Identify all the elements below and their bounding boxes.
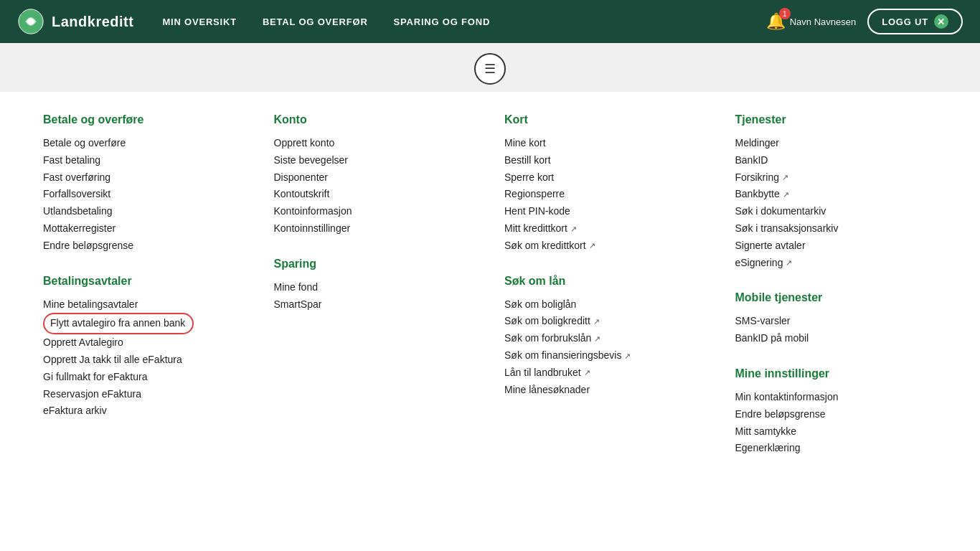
- menu-item-3-2-1[interactable]: Søk om boliglån: [504, 296, 707, 314]
- section-title-3-1: Kort: [504, 113, 707, 126]
- section-4-2: Mobile tjenesterSMS-varslerBankID på mob…: [735, 291, 938, 347]
- external-link-icon: ↗: [570, 222, 577, 236]
- menu-item-2-1-5[interactable]: Kontoinformasjon: [274, 203, 476, 220]
- menu-item-1-2-1[interactable]: Mine betalingsavtaler: [43, 296, 245, 314]
- logo[interactable]: Landkreditt: [17, 8, 133, 35]
- section-title-1-1: Betale og overføre: [43, 113, 245, 126]
- section-2-2: SparingMine fondSmartSpar: [274, 258, 476, 314]
- user-name: Navn Navnesen: [790, 17, 857, 27]
- main-nav: MIN OVERSIKT BETAL OG OVERFØR SPARING OG…: [162, 17, 490, 27]
- menu-item-3-1-7[interactable]: Søk om kredittkort ↗: [504, 237, 707, 255]
- menu-item-highlighted-1-2-2[interactable]: Flytt avtalegiro fra annen bank: [43, 313, 194, 334]
- menu-item-2-1-2[interactable]: Siste bevegelser: [274, 152, 476, 169]
- menu-item-4-3-1[interactable]: Min kontaktinformasjon: [735, 389, 938, 406]
- menu-item-4-1-6[interactable]: Søk i transaksjonsarkiv: [735, 220, 938, 237]
- menu-item-3-2-5[interactable]: Lån til landbruket ↗: [504, 364, 707, 382]
- section-4-3: Mine innstillingerMin kontaktinformasjon…: [735, 367, 938, 457]
- menu-item-1-1-6[interactable]: Mottakerregister: [43, 220, 245, 237]
- menu-item-1-2-7[interactable]: eFaktura arkiv: [43, 402, 245, 420]
- menu-item-2-2-1[interactable]: Mine fond: [274, 279, 476, 296]
- menu-item-2-1-4[interactable]: Kontoutskrift: [274, 186, 476, 203]
- nav-min-oversikt[interactable]: MIN OVERSIKT: [162, 17, 237, 27]
- dropdown-menu: Betale og overføreBetale og overføreFast…: [0, 92, 980, 506]
- section-2-1: KontoOpprett kontoSiste bevegelserDispon…: [274, 113, 476, 237]
- section-1-1: Betale og overføreBetale og overføreFast…: [43, 113, 245, 255]
- section-title-3-2: Søk om lån: [504, 275, 707, 288]
- logout-label: LOGG UT: [882, 17, 928, 27]
- menu-item-1-1-1[interactable]: Betale og overføre: [43, 135, 245, 152]
- menu-item-4-1-3[interactable]: Forsikring ↗: [735, 169, 938, 187]
- menu-toggle-button[interactable]: ☰: [474, 53, 506, 85]
- menu-item-3-1-3[interactable]: Sperre kort: [504, 169, 707, 187]
- logout-button[interactable]: LOGG UT ✕: [867, 9, 963, 34]
- external-link-icon: ↗: [786, 256, 792, 270]
- external-link-icon: ↗: [589, 239, 595, 253]
- menu-item-1-2-6[interactable]: Reservasjon eFaktura: [43, 386, 245, 403]
- menu-column-1: Betale og overføreBetale og overføreFast…: [43, 113, 245, 477]
- hamburger-icon: ☰: [484, 61, 496, 77]
- menu-item-3-1-4[interactable]: Regionsperre: [504, 186, 707, 203]
- header-right: 🔔 1 Navn Navnesen LOGG UT ✕: [766, 9, 963, 34]
- external-link-icon: ↗: [624, 349, 631, 363]
- menu-item-2-1-6[interactable]: Kontoinnstillinger: [274, 220, 476, 237]
- menu-item-2-1-3[interactable]: Disponenter: [274, 169, 476, 187]
- section-title-4-3: Mine innstillinger: [735, 367, 938, 380]
- menu-item-3-2-6[interactable]: Mine lånesøknader: [504, 382, 707, 399]
- section-3-1: KortMine kortBestill kortSperre kortRegi…: [504, 113, 707, 255]
- menu-item-3-1-1[interactable]: Mine kort: [504, 135, 707, 152]
- menu-toggle-bar: ☰: [0, 43, 980, 92]
- section-title-2-2: Sparing: [274, 258, 476, 270]
- menu-item-4-1-4[interactable]: Bankbytte ↗: [735, 186, 938, 203]
- menu-column-4: TjenesterMeldingerBankIDForsikring ↗Bank…: [735, 113, 938, 477]
- external-link-icon: ↗: [594, 332, 600, 346]
- menu-item-4-3-3[interactable]: Mitt samtykke: [735, 423, 938, 441]
- menu-item-1-2-4[interactable]: Opprett Ja takk til alle eFaktura: [43, 352, 245, 369]
- notification-area[interactable]: 🔔 1 Navn Navnesen: [766, 12, 857, 31]
- menu-item-3-1-2[interactable]: Bestill kort: [504, 152, 707, 169]
- menu-item-4-1-8[interactable]: eSignering ↗: [735, 255, 938, 272]
- external-link-icon: ↗: [584, 366, 590, 380]
- section-title-4-2: Mobile tjenester: [735, 291, 938, 304]
- menu-item-2-1-1[interactable]: Opprett konto: [274, 135, 476, 152]
- menu-item-1-2-3[interactable]: Opprett Avtalegiro: [43, 334, 245, 352]
- menu-item-4-1-5[interactable]: Søk i dokumentarkiv: [735, 203, 938, 220]
- menu-item-3-1-5[interactable]: Hent PIN-kode: [504, 203, 707, 220]
- external-link-icon: ↗: [782, 171, 788, 184]
- menu-item-3-1-6[interactable]: Mitt kredittkort ↗: [504, 220, 707, 237]
- nav-sparing-fond[interactable]: SPARING OG FOND: [394, 17, 491, 27]
- section-4-1: TjenesterMeldingerBankIDForsikring ↗Bank…: [735, 113, 938, 271]
- menu-item-4-3-2[interactable]: Endre beløpsgrense: [735, 406, 938, 423]
- section-title-2-1: Konto: [274, 113, 476, 126]
- logo-text: Landkreditt: [52, 14, 133, 30]
- menu-item-3-2-2[interactable]: Søk om boligkreditt ↗: [504, 313, 707, 330]
- external-link-icon: ↗: [783, 188, 789, 202]
- menu-item-1-1-3[interactable]: Fast overføring: [43, 169, 245, 187]
- section-title-1-2: Betalingsavtaler: [43, 275, 245, 288]
- header: Landkreditt MIN OVERSIKT BETAL OG OVERFØ…: [0, 0, 980, 43]
- notification-badge: 1: [779, 8, 791, 19]
- menu-item-1-1-2[interactable]: Fast betaling: [43, 152, 245, 169]
- logout-x-icon: ✕: [934, 14, 948, 29]
- menu-item-2-2-2[interactable]: SmartSpar: [274, 296, 476, 314]
- section-3-2: Søk om lånSøk om boliglånSøk om boligkre…: [504, 275, 707, 399]
- nav-betal-overfør[interactable]: BETAL OG OVERFØR: [263, 17, 368, 27]
- menu-item-1-1-5[interactable]: Utlandsbetaling: [43, 203, 245, 220]
- menu-item-4-2-2[interactable]: BankID på mobil: [735, 330, 938, 347]
- menu-item-1-1-7[interactable]: Endre beløpsgrense: [43, 237, 245, 255]
- menu-item-4-3-4[interactable]: Egenerklæring: [735, 440, 938, 457]
- menu-item-4-2-1[interactable]: SMS-varsler: [735, 313, 938, 330]
- menu-item-4-1-7[interactable]: Signerte avtaler: [735, 237, 938, 255]
- menu-column-3: KortMine kortBestill kortSperre kortRegi…: [504, 113, 707, 477]
- menu-item-1-2-5[interactable]: Gi fullmakt for eFaktura: [43, 369, 245, 386]
- menu-item-3-2-3[interactable]: Søk om forbrukslån ↗: [504, 330, 707, 347]
- menu-item-4-1-2[interactable]: BankID: [735, 152, 938, 169]
- menu-column-2: KontoOpprett kontoSiste bevegelserDispon…: [274, 113, 476, 477]
- logo-icon: [17, 8, 44, 35]
- svg-point-1: [27, 18, 34, 25]
- menu-item-4-1-1[interactable]: Meldinger: [735, 135, 938, 152]
- section-1-2: BetalingsavtalerMine betalingsavtalerFly…: [43, 275, 245, 420]
- menu-item-1-1-4[interactable]: Forfallsoversikt: [43, 186, 245, 203]
- menu-item-3-2-4[interactable]: Søk om finansieringsbevis ↗: [504, 347, 707, 364]
- external-link-icon: ↗: [593, 315, 600, 329]
- section-title-4-1: Tjenester: [735, 113, 938, 126]
